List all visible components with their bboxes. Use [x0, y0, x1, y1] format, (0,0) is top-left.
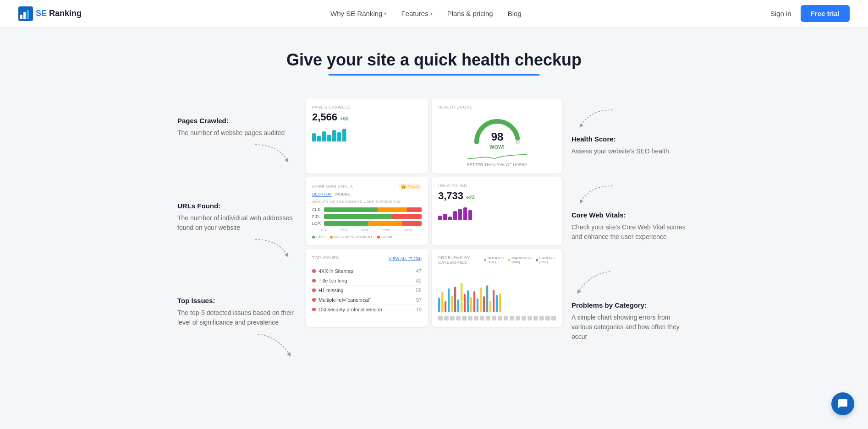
- prob-col: [480, 288, 482, 312]
- annotation-health-score-desc: Assess your website's SEO health: [571, 147, 691, 156]
- category-icon: [533, 316, 538, 320]
- nav-links: Why SE Ranking ▾ Features ▾ Plans & pric…: [330, 10, 522, 17]
- nav-features[interactable]: Features ▾: [401, 10, 432, 17]
- content-area: Pages Crawled: The number of website pag…: [177, 98, 691, 359]
- issue-text: Title too long: [319, 278, 347, 283]
- health-gauge: 98 ↑4: [472, 112, 522, 144]
- annotation-cwv-title: Core Web Vitals:: [571, 211, 691, 219]
- prob-bar: [493, 290, 494, 312]
- issue-text: Multiple rel="canonical": [319, 297, 371, 303]
- annotation-core-web-vitals: Core Web Vitals: Check your site's Core …: [571, 184, 691, 242]
- annotation-health-score: Health Score: Assess your website's SEO …: [571, 108, 691, 156]
- annotation-top-issues-title: Top Issues:: [177, 297, 297, 304]
- category-icon: [462, 316, 467, 320]
- issue-count: 47: [416, 268, 422, 274]
- issue-text: H1 missing: [319, 288, 343, 293]
- issue-text: Old security protocol version: [319, 307, 382, 312]
- nav-plans-pricing[interactable]: Plans & pricing: [447, 10, 493, 17]
- issue-dot: [312, 308, 316, 311]
- cwv-row-fid: FID:: [312, 214, 422, 219]
- prob-col: [489, 301, 491, 312]
- prob-col: [493, 290, 494, 312]
- urls-found-card: URLS FOUND 3,733 +23: [432, 177, 562, 245]
- prob-bar: [473, 291, 475, 312]
- prob-bar: [467, 290, 469, 312]
- prob-col: [454, 287, 456, 312]
- issue-dot: [312, 298, 316, 302]
- top-issues-card: TOP ISSUES VIEW ALL (7,234) 4XX in Sitem…: [306, 249, 428, 327]
- sign-in-link[interactable]: Sign in: [770, 10, 791, 17]
- cwv-sub: QUALITY OF THE WEBSITE USER EXPERIENCE: [312, 200, 422, 204]
- logo-icon: [18, 6, 33, 21]
- arrow-cwv: [571, 184, 617, 206]
- bar: [458, 209, 462, 220]
- urls-found-label: URLS FOUND: [438, 184, 556, 188]
- prob-col: [496, 295, 498, 312]
- annotation-urls-found: URLs Found: The number of individual web…: [177, 202, 297, 260]
- prob-col: [461, 283, 462, 312]
- health-score-wow: WOW!: [489, 144, 505, 150]
- cwv-header: CORE WEB VITALS 😊 Great!: [312, 184, 422, 190]
- prob-col: [445, 301, 446, 312]
- category-icon: [480, 316, 484, 320]
- urls-found-delta: +23: [466, 195, 475, 200]
- navbar: SE Ranking Why SE Ranking ▾ Features ▾ P…: [0, 0, 868, 27]
- category-icon: [527, 316, 532, 320]
- view-all-link[interactable]: VIEW ALL (7,234): [389, 256, 422, 261]
- issue-dot: [312, 279, 316, 282]
- problems-by-category-card: PROBLEMS BY CATEGORIES NOTICES (587)WARN…: [432, 249, 562, 327]
- issue-count: 58: [416, 288, 422, 293]
- problems-header: PROBLEMS BY CATEGORIES NOTICES (587)WARN…: [438, 255, 556, 265]
- annotation-problems-title: Problems by Category:: [571, 301, 691, 309]
- problems-legend: NOTICES (587)WARNINGS (666)ERRORS (332): [484, 256, 556, 264]
- nav-why-se-ranking[interactable]: Why SE Ranking ▾: [330, 10, 386, 17]
- category-icon: [510, 316, 514, 320]
- prob-legend-dot: [484, 259, 486, 261]
- category-icon: [492, 316, 496, 320]
- issue-dot: [312, 288, 316, 292]
- prob-legend-dot: [536, 259, 538, 261]
- bar: [327, 135, 331, 141]
- pages-crawled-value: 2,566 +63: [312, 111, 422, 123]
- prob-col: [467, 290, 469, 312]
- bar: [312, 133, 316, 141]
- annotation-urls-found-title: URLs Found:: [177, 202, 297, 210]
- annotation-problems-desc: A simple chart showing errors from vario…: [571, 313, 691, 342]
- annotation-urls-found-desc: The number of individual web addresses f…: [177, 213, 297, 233]
- problems-chart: [438, 268, 556, 314]
- free-trial-button[interactable]: Free trial: [801, 5, 850, 22]
- svg-text:↑4: ↑4: [495, 119, 500, 123]
- annotation-top-issues-desc: The top-5 detected issues based on their…: [177, 308, 297, 327]
- annotation-top-issues: Top Issues: The top-5 detected issues ba…: [177, 297, 297, 359]
- logo[interactable]: SE Ranking: [18, 6, 82, 21]
- prob-legend-item: ERRORS (332): [536, 256, 556, 264]
- nav-right: Sign in Free trial: [770, 5, 850, 22]
- annotation-pages-crawled-title: Pages Crawled:: [177, 117, 297, 125]
- category-icon: [539, 316, 544, 320]
- bar: [468, 210, 472, 220]
- dashboard: PAGES CRAWLED 2,566 +63 HEALTH SCORE 98 …: [306, 98, 562, 327]
- cwv-tab-desktop[interactable]: DESKTOP: [312, 192, 332, 197]
- category-icon: [551, 316, 556, 320]
- svg-text:98: 98: [491, 130, 503, 143]
- category-icon: [498, 316, 502, 320]
- category-icon: [456, 316, 461, 320]
- svg-rect-1: [20, 15, 22, 19]
- cwv-tab-mobile[interactable]: MOBILE: [335, 192, 351, 197]
- prob-bar: [457, 299, 459, 312]
- prob-col: [457, 299, 459, 312]
- health-score-card: HEALTH SCORE 98 ↑4 WOW! BETTER THAN 51% …: [432, 98, 562, 174]
- issue-text: 4XX in Sitemap: [319, 268, 353, 274]
- issue-count: 19: [416, 307, 422, 312]
- prob-col: [483, 296, 485, 312]
- cwv-legend: FAST NEED IMPROVEMENT SLOW: [312, 235, 422, 239]
- svg-rect-3: [27, 10, 29, 19]
- nav-blog[interactable]: Blog: [508, 10, 522, 17]
- category-icon: [474, 316, 478, 320]
- prob-col: [486, 285, 488, 312]
- annotation-health-score-title: Health Score:: [571, 135, 691, 143]
- chevron-icon: ▾: [384, 11, 386, 16]
- core-web-vitals-card: CORE WEB VITALS 😊 Great! DESKTOP MOBILE …: [306, 177, 428, 245]
- issue-count: 97: [416, 297, 422, 303]
- cwv-row-lcp: LCP:: [312, 221, 422, 226]
